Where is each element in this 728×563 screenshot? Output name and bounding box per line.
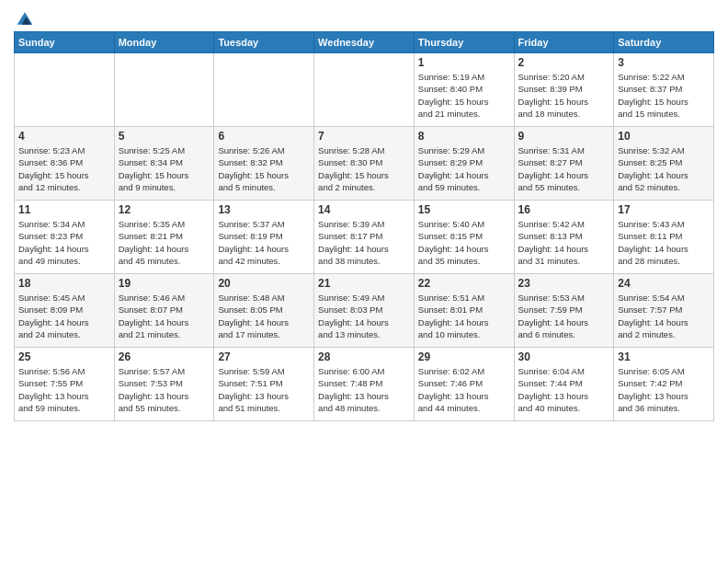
- calendar-cell: 23Sunrise: 5:53 AM Sunset: 7:59 PM Dayli…: [514, 274, 614, 348]
- calendar-cell: 15Sunrise: 5:40 AM Sunset: 8:15 PM Dayli…: [414, 201, 514, 274]
- day-number: 17: [618, 203, 710, 216]
- day-number: 21: [318, 277, 410, 290]
- day-number: 28: [318, 350, 410, 363]
- calendar-col-header: Saturday: [614, 32, 714, 53]
- day-number: 5: [119, 130, 210, 143]
- page: SundayMondayTuesdayWednesdayThursdayFrid…: [0, 0, 728, 563]
- day-number: 4: [18, 130, 110, 143]
- day-info: Sunrise: 6:04 AM Sunset: 7:44 PM Dayligh…: [518, 365, 610, 414]
- calendar-cell: 24Sunrise: 5:54 AM Sunset: 7:57 PM Dayli…: [614, 274, 714, 348]
- calendar-cell: 29Sunrise: 6:02 AM Sunset: 7:46 PM Dayli…: [414, 348, 514, 421]
- calendar-cell: 7Sunrise: 5:28 AM Sunset: 8:30 PM Daylig…: [314, 127, 415, 201]
- calendar-week-row: 25Sunrise: 5:56 AM Sunset: 7:55 PM Dayli…: [15, 348, 714, 421]
- day-number: 7: [318, 130, 410, 143]
- calendar-cell: 22Sunrise: 5:51 AM Sunset: 8:01 PM Dayli…: [414, 274, 514, 348]
- calendar-col-header: Friday: [514, 32, 614, 53]
- logo-text: [14, 9, 34, 28]
- day-number: 20: [218, 277, 310, 290]
- calendar-col-header: Tuesday: [214, 32, 314, 53]
- day-number: 26: [119, 350, 210, 363]
- day-info: Sunrise: 6:00 AM Sunset: 7:48 PM Dayligh…: [318, 365, 410, 414]
- day-info: Sunrise: 5:35 AM Sunset: 8:21 PM Dayligh…: [119, 218, 210, 267]
- calendar-week-row: 11Sunrise: 5:34 AM Sunset: 8:23 PM Dayli…: [15, 201, 714, 274]
- day-info: Sunrise: 5:31 AM Sunset: 8:27 PM Dayligh…: [518, 144, 610, 193]
- day-number: 30: [518, 350, 610, 363]
- calendar-cell: 28Sunrise: 6:00 AM Sunset: 7:48 PM Dayli…: [314, 348, 415, 421]
- header: [14, 9, 714, 24]
- calendar-cell: 30Sunrise: 6:04 AM Sunset: 7:44 PM Dayli…: [514, 348, 614, 421]
- day-info: Sunrise: 5:48 AM Sunset: 8:05 PM Dayligh…: [218, 292, 310, 340]
- day-info: Sunrise: 5:37 AM Sunset: 8:19 PM Dayligh…: [218, 218, 310, 267]
- calendar-cell: 11Sunrise: 5:34 AM Sunset: 8:23 PM Dayli…: [15, 201, 115, 274]
- calendar-cell: 6Sunrise: 5:26 AM Sunset: 8:32 PM Daylig…: [214, 127, 314, 201]
- day-number: 31: [618, 350, 710, 363]
- calendar-cell: 25Sunrise: 5:56 AM Sunset: 7:55 PM Dayli…: [15, 348, 115, 421]
- day-info: Sunrise: 5:39 AM Sunset: 8:17 PM Dayligh…: [318, 218, 410, 267]
- day-info: Sunrise: 5:19 AM Sunset: 8:40 PM Dayligh…: [418, 71, 510, 120]
- calendar-col-header: Monday: [114, 32, 214, 53]
- logo-icon: [16, 9, 34, 28]
- day-number: 10: [618, 130, 710, 143]
- day-number: 15: [418, 203, 510, 216]
- calendar-cell: [314, 53, 415, 127]
- calendar-cell: 2Sunrise: 5:20 AM Sunset: 8:39 PM Daylig…: [514, 53, 614, 127]
- day-number: 24: [618, 277, 710, 290]
- day-info: Sunrise: 5:56 AM Sunset: 7:55 PM Dayligh…: [18, 365, 110, 414]
- day-number: 14: [318, 203, 410, 216]
- day-info: Sunrise: 5:40 AM Sunset: 8:15 PM Dayligh…: [418, 218, 510, 267]
- day-number: 3: [618, 56, 710, 69]
- day-number: 6: [218, 130, 310, 143]
- day-number: 22: [418, 277, 510, 290]
- day-number: 16: [518, 203, 610, 216]
- logo: [14, 9, 34, 24]
- calendar-cell: 13Sunrise: 5:37 AM Sunset: 8:19 PM Dayli…: [214, 201, 314, 274]
- day-info: Sunrise: 5:54 AM Sunset: 7:57 PM Dayligh…: [618, 292, 710, 340]
- day-info: Sunrise: 6:02 AM Sunset: 7:46 PM Dayligh…: [418, 365, 510, 414]
- day-number: 19: [119, 277, 210, 290]
- day-number: 25: [18, 350, 110, 363]
- day-number: 23: [518, 277, 610, 290]
- calendar: SundayMondayTuesdayWednesdayThursdayFrid…: [14, 31, 714, 421]
- calendar-cell: 8Sunrise: 5:29 AM Sunset: 8:29 PM Daylig…: [414, 127, 514, 201]
- day-info: Sunrise: 5:23 AM Sunset: 8:36 PM Dayligh…: [18, 144, 110, 193]
- day-info: Sunrise: 5:28 AM Sunset: 8:30 PM Dayligh…: [318, 144, 410, 193]
- calendar-cell: 18Sunrise: 5:45 AM Sunset: 8:09 PM Dayli…: [15, 274, 115, 348]
- day-number: 27: [218, 350, 310, 363]
- calendar-cell: 9Sunrise: 5:31 AM Sunset: 8:27 PM Daylig…: [514, 127, 614, 201]
- day-info: Sunrise: 5:43 AM Sunset: 8:11 PM Dayligh…: [618, 218, 710, 267]
- day-info: Sunrise: 5:45 AM Sunset: 8:09 PM Dayligh…: [18, 292, 110, 340]
- day-info: Sunrise: 5:25 AM Sunset: 8:34 PM Dayligh…: [119, 144, 210, 193]
- calendar-cell: 20Sunrise: 5:48 AM Sunset: 8:05 PM Dayli…: [214, 274, 314, 348]
- calendar-cell: 1Sunrise: 5:19 AM Sunset: 8:40 PM Daylig…: [414, 53, 514, 127]
- day-number: 9: [518, 130, 610, 143]
- day-number: 1: [418, 56, 510, 69]
- calendar-cell: 3Sunrise: 5:22 AM Sunset: 8:37 PM Daylig…: [614, 53, 714, 127]
- day-info: Sunrise: 5:22 AM Sunset: 8:37 PM Dayligh…: [618, 71, 710, 120]
- day-info: Sunrise: 5:49 AM Sunset: 8:03 PM Dayligh…: [318, 292, 410, 340]
- calendar-cell: 27Sunrise: 5:59 AM Sunset: 7:51 PM Dayli…: [214, 348, 314, 421]
- day-info: Sunrise: 5:59 AM Sunset: 7:51 PM Dayligh…: [218, 365, 310, 414]
- calendar-cell: [15, 53, 115, 127]
- calendar-cell: 14Sunrise: 5:39 AM Sunset: 8:17 PM Dayli…: [314, 201, 415, 274]
- day-number: 18: [18, 277, 110, 290]
- day-info: Sunrise: 5:26 AM Sunset: 8:32 PM Dayligh…: [218, 144, 310, 193]
- calendar-cell: 5Sunrise: 5:25 AM Sunset: 8:34 PM Daylig…: [114, 127, 214, 201]
- calendar-cell: 4Sunrise: 5:23 AM Sunset: 8:36 PM Daylig…: [15, 127, 115, 201]
- calendar-cell: 21Sunrise: 5:49 AM Sunset: 8:03 PM Dayli…: [314, 274, 415, 348]
- calendar-cell: [114, 53, 214, 127]
- day-number: 2: [518, 56, 610, 69]
- day-info: Sunrise: 5:57 AM Sunset: 7:53 PM Dayligh…: [119, 365, 210, 414]
- calendar-cell: 10Sunrise: 5:32 AM Sunset: 8:25 PM Dayli…: [614, 127, 714, 201]
- calendar-cell: 19Sunrise: 5:46 AM Sunset: 8:07 PM Dayli…: [114, 274, 214, 348]
- day-info: Sunrise: 5:53 AM Sunset: 7:59 PM Dayligh…: [518, 292, 610, 340]
- calendar-header-row: SundayMondayTuesdayWednesdayThursdayFrid…: [15, 32, 714, 53]
- day-number: 29: [418, 350, 510, 363]
- day-info: Sunrise: 5:46 AM Sunset: 8:07 PM Dayligh…: [119, 292, 210, 340]
- calendar-cell: 31Sunrise: 6:05 AM Sunset: 7:42 PM Dayli…: [614, 348, 714, 421]
- calendar-cell: [214, 53, 314, 127]
- calendar-cell: 26Sunrise: 5:57 AM Sunset: 7:53 PM Dayli…: [114, 348, 214, 421]
- calendar-col-header: Thursday: [414, 32, 514, 53]
- calendar-week-row: 4Sunrise: 5:23 AM Sunset: 8:36 PM Daylig…: [15, 127, 714, 201]
- day-info: Sunrise: 5:20 AM Sunset: 8:39 PM Dayligh…: [518, 71, 610, 120]
- calendar-cell: 12Sunrise: 5:35 AM Sunset: 8:21 PM Dayli…: [114, 201, 214, 274]
